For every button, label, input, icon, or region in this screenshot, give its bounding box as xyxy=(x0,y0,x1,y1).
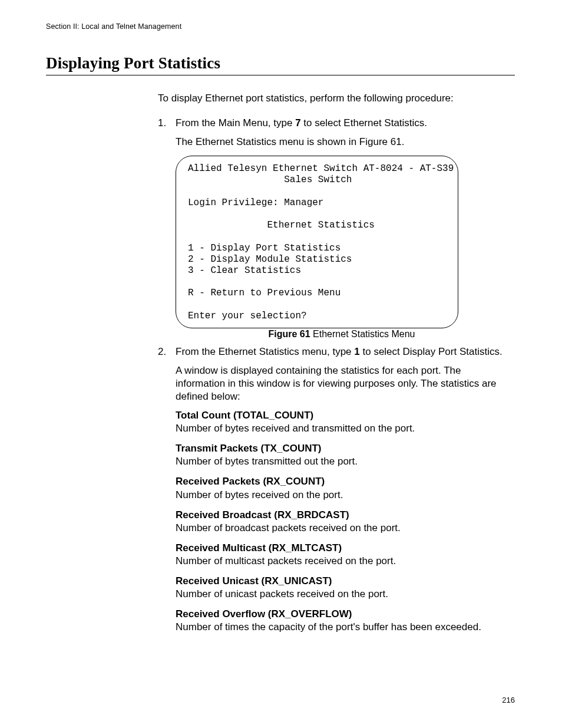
title-rule xyxy=(46,75,515,75)
def-body: Number of multicast packets received on … xyxy=(176,555,396,566)
keycap-1: 1 xyxy=(354,346,359,357)
procedure-list: 1. From the Main Menu, type 7 to select … xyxy=(158,117,508,634)
def-body: Number of bytes received and transmitted… xyxy=(176,423,415,434)
page-number: 216 xyxy=(502,696,515,704)
def-body: Number of times the capacity of the port… xyxy=(176,621,481,633)
step-1-line-2: The Ethernet Statistics menu is shown in… xyxy=(176,136,508,149)
def-term: Received Unicast (RX_UNICAST) xyxy=(176,575,508,588)
step-1-line-1: From the Main Menu, type 7 to select Eth… xyxy=(176,117,508,130)
step-number: 1. xyxy=(158,117,166,130)
menu-option-1: 1 - Display Port Statistics xyxy=(188,243,340,253)
def-rx-mltcast: Received Multicast (RX_MLTCAST) Number o… xyxy=(176,542,508,568)
intro-paragraph: To display Ethernet port statistics, per… xyxy=(158,92,508,105)
def-total-count: Total Count (TOTAL_COUNT) Number of byte… xyxy=(176,409,508,435)
menu-option-3: 3 - Clear Statistics xyxy=(188,265,301,276)
page-title: Displaying Port Statistics xyxy=(46,54,515,73)
text: to select Ethernet Statistics. xyxy=(301,117,427,129)
menu-heading: Ethernet Statistics xyxy=(267,220,374,230)
figure-caption: Figure 61 Ethernet Statistics Menu xyxy=(176,328,508,341)
def-body: Number of unicast packets received on th… xyxy=(176,588,388,599)
def-rx-brdcast: Received Broadcast (RX_BRDCAST) Number o… xyxy=(176,509,508,535)
def-term: Received Broadcast (RX_BRDCAST) xyxy=(176,509,508,522)
menu-prompt: Enter your selection? xyxy=(188,311,307,321)
step-2: 2. From the Ethernet Statistics menu, ty… xyxy=(158,345,508,634)
menu-option-2: 2 - Display Module Statistics xyxy=(188,254,352,265)
def-term: Total Count (TOTAL_COUNT) xyxy=(176,409,508,422)
step-number: 2. xyxy=(158,345,166,358)
figure-label: Figure 61 xyxy=(269,329,310,339)
menu-title-1: Allied Telesyn Ethernet Switch AT-8024 -… xyxy=(188,163,454,174)
def-term: Received Overflow (RX_OVERFLOW) xyxy=(176,608,508,621)
menu-login-line: Login Privilege: Manager xyxy=(188,197,323,208)
def-rx-unicast: Received Unicast (RX_UNICAST) Number of … xyxy=(176,575,508,601)
definitions: Total Count (TOTAL_COUNT) Number of byte… xyxy=(176,409,508,634)
keycap-7: 7 xyxy=(295,117,300,129)
def-body: Number of bytes received on the port. xyxy=(176,489,343,500)
def-body: Number of broadcast packets received on … xyxy=(176,522,401,533)
figure-title: Ethernet Statistics Menu xyxy=(310,329,415,339)
step-1: 1. From the Main Menu, type 7 to select … xyxy=(158,117,508,341)
ethernet-statistics-menu: Allied Telesyn Ethernet Switch AT-8024 -… xyxy=(176,156,458,328)
def-tx-count: Transmit Packets (TX_COUNT) Number of by… xyxy=(176,442,508,468)
def-body: Number of bytes transmitted out the port… xyxy=(176,456,358,467)
step-2-line-2: A window is displayed containing the sta… xyxy=(176,364,508,403)
text: From the Main Menu, type xyxy=(176,117,295,129)
step-2-line-1: From the Ethernet Statistics menu, type … xyxy=(176,345,508,358)
def-term: Received Multicast (RX_MLTCAST) xyxy=(176,542,508,555)
def-rx-count: Received Packets (RX_COUNT) Number of by… xyxy=(176,475,508,501)
text: From the Ethernet Statistics menu, type xyxy=(176,346,354,357)
text: to select Display Port Statistics. xyxy=(360,346,503,357)
menu-option-r: R - Return to Previous Menu xyxy=(188,288,340,298)
page: Section II: Local and Telnet Management … xyxy=(0,0,562,728)
def-term: Received Packets (RX_COUNT) xyxy=(176,475,508,488)
def-term: Transmit Packets (TX_COUNT) xyxy=(176,442,508,455)
def-rx-overflow: Received Overflow (RX_OVERFLOW) Number o… xyxy=(176,608,508,634)
menu-title-2: Sales Switch xyxy=(284,174,352,185)
running-head: Section II: Local and Telnet Management xyxy=(46,22,515,31)
body-column: To display Ethernet port statistics, per… xyxy=(158,92,508,634)
